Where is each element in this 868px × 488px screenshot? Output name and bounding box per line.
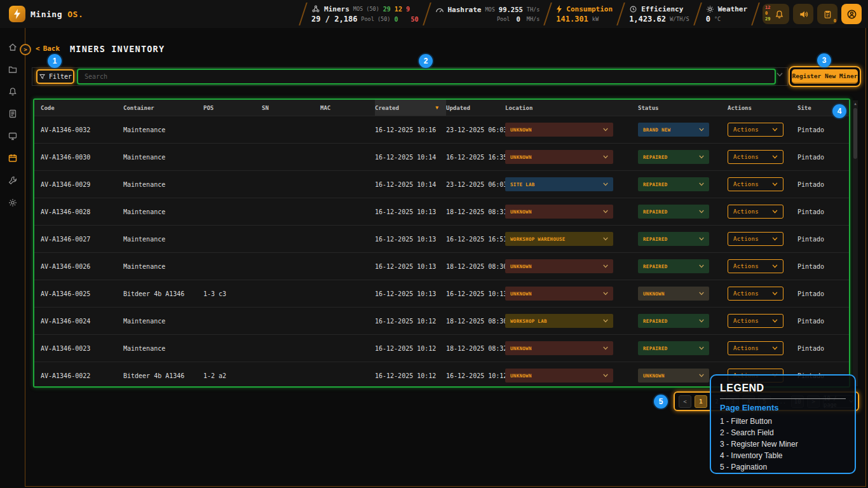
cell-container: Bitdeer 4b A1346 [123, 372, 203, 379]
cell-site: Pintado [797, 345, 849, 352]
search-input[interactable] [78, 73, 775, 80]
column-header-mac[interactable]: MAC [320, 105, 375, 111]
cell-created: 16-12-2025 10:12 [375, 318, 446, 325]
clipboard-icon [823, 10, 832, 19]
location-dropdown[interactable]: SITE LAB [505, 177, 613, 191]
cell-code: AV-A1346-0028 [41, 208, 123, 215]
status-dropdown[interactable]: REPAIRED [638, 150, 709, 164]
legend-item: 4 - Inventory Table [720, 450, 846, 461]
column-header-actions[interactable]: Actions [728, 105, 797, 111]
search-chevron-down-icon[interactable] [776, 72, 783, 77]
actions-dropdown[interactable]: Actions [728, 232, 783, 246]
legend-items: 1 - Filter Button2 - Search Field3 - Reg… [720, 416, 846, 473]
filter-button[interactable]: Filter [36, 69, 74, 84]
sidebar-item-notifications[interactable] [8, 86, 18, 97]
cell-container: Maintenance [123, 345, 203, 352]
register-new-miner-button[interactable]: Register New Miner [792, 69, 858, 84]
actions-dropdown[interactable]: Actions [728, 287, 783, 301]
sidebar-item-home[interactable] [8, 42, 18, 52]
chevron-down-icon [603, 264, 608, 268]
clipboard-button[interactable]: 0 [817, 4, 837, 24]
chevron-down-icon [772, 210, 778, 214]
status-dropdown[interactable]: REPAIRED [638, 314, 709, 328]
pagination-page-button[interactable]: 1 [695, 395, 707, 408]
legend-subtitle: Page Elements [720, 403, 846, 412]
column-header-container[interactable]: Container [123, 105, 203, 111]
weather-value: 0 [706, 15, 710, 24]
back-button[interactable]: < Back [36, 44, 60, 53]
speaker-icon [799, 10, 808, 19]
column-header-updated[interactable]: Updated [446, 105, 505, 111]
status-dropdown[interactable]: BRAND NEW [638, 123, 709, 137]
hashrate-pool-unit: MH/s [527, 16, 539, 22]
location-dropdown[interactable]: UNKNOWN [505, 341, 613, 355]
column-header-created[interactable]: Created ▼ [375, 100, 446, 116]
actions-dropdown[interactable]: Actions [728, 341, 783, 355]
sidebar-item-documents[interactable] [8, 109, 18, 119]
miners-mos-label: MOS (50) [353, 6, 379, 12]
sidebar-item-folder[interactable] [8, 64, 18, 74]
location-dropdown[interactable]: WORKSHOP LAB [505, 314, 613, 328]
location-dropdown[interactable]: UNKNOWN [505, 205, 613, 219]
chevron-down-icon [699, 374, 704, 377]
account-button[interactable] [841, 4, 862, 24]
clipboard-badge: 0 [834, 18, 836, 24]
header-icon-buttons: 12 0 29 0 [756, 0, 868, 28]
pagination-prev-button[interactable]: < [679, 395, 691, 408]
location-dropdown[interactable]: WORKSHOP WAREHOUSE [505, 232, 613, 246]
status-dropdown[interactable]: UNKNOWN [638, 287, 709, 301]
chevron-down-icon [772, 128, 778, 132]
sort-desc-icon[interactable]: ▼ [435, 105, 438, 111]
column-header-pos[interactable]: POS [203, 105, 262, 111]
cell-updated: 16-12-2025 16:51 [446, 236, 505, 243]
annotation-badge-5: 5 [654, 395, 668, 409]
chevron-down-icon [699, 237, 704, 241]
actions-dropdown[interactable]: Actions [728, 123, 783, 137]
chevron-down-icon [699, 346, 704, 350]
cell-code: AV-A1346-0024 [41, 318, 123, 325]
scroll-up-icon[interactable]: ▲ [853, 100, 858, 107]
sidebar-item-inventory[interactable] [8, 153, 18, 163]
app-title: Mining OS. [31, 10, 83, 19]
sidebar-item-monitor[interactable] [8, 131, 18, 141]
status-dropdown[interactable]: REPAIRED [638, 205, 709, 219]
table-row: AV-A1346-0030 Maintenance 16-12-2025 10:… [34, 143, 849, 170]
status-dropdown[interactable]: REPAIRED [638, 177, 709, 191]
status-dropdown[interactable]: REPAIRED [638, 232, 709, 246]
actions-dropdown[interactable]: Actions [728, 150, 783, 164]
cell-updated: 18-12-2025 08:30 [446, 263, 505, 270]
actions-dropdown[interactable]: Actions [728, 314, 783, 328]
table-row: AV-A1346-0029 Maintenance 16-12-2025 10:… [34, 170, 849, 198]
column-header-location[interactable]: Location [505, 105, 638, 111]
sound-button[interactable] [793, 4, 813, 24]
miners-pool-label: Pool (50) [361, 16, 390, 22]
column-header-code[interactable]: Code [41, 105, 123, 111]
location-dropdown[interactable]: UNKNOWN [505, 123, 613, 137]
table-row: AV-A1346-0027 Maintenance 16-12-2025 10:… [34, 225, 849, 252]
status-dropdown[interactable]: REPAIRED [638, 341, 709, 355]
column-header-status[interactable]: Status [638, 105, 728, 111]
location-dropdown[interactable]: UNKNOWN [505, 150, 613, 164]
cell-site: Pintado [797, 154, 849, 161]
notifications-button[interactable]: 12 0 29 [763, 4, 789, 24]
sidebar-expand-button[interactable]: > [20, 44, 31, 55]
actions-dropdown[interactable]: Actions [728, 177, 783, 191]
actions-dropdown[interactable]: Actions [728, 205, 783, 219]
chevron-down-icon [699, 128, 704, 132]
bolt-icon [556, 5, 562, 13]
annotation-badge-2: 2 [419, 54, 433, 68]
sidebar-item-tools[interactable] [8, 175, 18, 186]
sidebar-item-settings[interactable] [8, 198, 18, 208]
hashrate-pool-value: 0 [516, 15, 520, 23]
location-dropdown[interactable]: UNKNOWN [505, 259, 613, 273]
actions-dropdown[interactable]: Actions [728, 259, 783, 273]
efficiency-label: Efficiency [641, 5, 683, 13]
scrollbar-thumb[interactable] [853, 108, 857, 159]
location-dropdown[interactable]: UNKNOWN [505, 369, 613, 383]
chevron-down-icon [603, 237, 608, 241]
location-dropdown[interactable]: UNKNOWN [505, 287, 613, 301]
status-dropdown[interactable]: UNKNOWN [638, 369, 709, 383]
column-header-sn[interactable]: SN [262, 105, 320, 111]
table-scrollbar[interactable]: ▲ [853, 100, 858, 386]
status-dropdown[interactable]: REPAIRED [638, 259, 709, 273]
